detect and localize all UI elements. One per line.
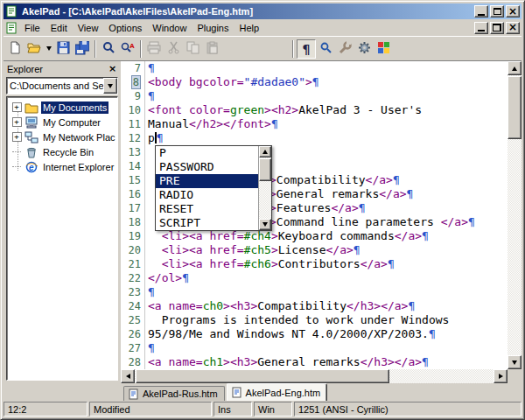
- minimize-button[interactable]: [474, 5, 488, 18]
- explorer-path-dropdown-button[interactable]: [103, 78, 117, 94]
- syntax-segment: >: [305, 75, 312, 88]
- menu-view[interactable]: View: [73, 21, 104, 35]
- menu-window[interactable]: Window: [147, 21, 192, 35]
- plugins-icon: [377, 41, 390, 56]
- expand-toggle-icon[interactable]: +: [12, 117, 22, 127]
- settings-button[interactable]: [335, 39, 354, 59]
- autocomplete-scroll-down-button[interactable]: [259, 219, 271, 230]
- line-content[interactable]: ¶: [145, 341, 155, 355]
- menu-plugins[interactable]: Plugins: [192, 21, 234, 35]
- autocomplete-item-p[interactable]: P: [156, 146, 258, 160]
- syntax-segment: </a>: [326, 243, 354, 256]
- toolbar-separator: [94, 40, 96, 58]
- line-content[interactable]: p¶: [145, 131, 164, 145]
- save-file-button[interactable]: [53, 39, 73, 59]
- akelpad-window: AkelPad - [C:\AkelPad\AkelFiles\AkelPad-…: [0, 0, 525, 420]
- line-content[interactable]: Programs is intended to work under Windo…: [145, 313, 449, 327]
- syntax-segment: 95/98/Me and Windows NT 4.0/2000/XP/2003…: [148, 327, 429, 340]
- line-content[interactable]: [145, 159, 148, 173]
- scroll-up-button[interactable]: [508, 61, 522, 75]
- syntax-segment: ¶: [148, 341, 155, 354]
- line-content[interactable]: 95/98/Me and Windows NT 4.0/2000/XP/2003…: [145, 327, 436, 341]
- tree-item-my-documents[interactable]: +My Documents: [7, 100, 117, 115]
- save-all-button[interactable]: [73, 39, 92, 59]
- tree-connector: [12, 151, 21, 152]
- syntax-segment: >: [271, 243, 278, 256]
- mdi-close-button[interactable]: ×: [506, 22, 520, 34]
- scroll-right-button[interactable]: [494, 369, 508, 383]
- line-content[interactable]: <li><a href=#ch5>License</a>¶: [145, 243, 360, 257]
- explorer-close-button[interactable]: ×: [107, 63, 118, 74]
- expand-toggle-icon[interactable]: +: [12, 132, 22, 142]
- line-content[interactable]: ¶: [145, 89, 155, 103]
- syntax-segment: <font color=: [148, 103, 230, 116]
- line-content[interactable]: </ol>¶: [145, 271, 189, 285]
- horizontal-scroll-thumb[interactable]: [136, 369, 389, 383]
- line-number: 28: [121, 355, 145, 369]
- scroll-down-button[interactable]: [508, 355, 522, 369]
- autocomplete-scroll-up-button[interactable]: [259, 146, 271, 158]
- mdi-restore-button[interactable]: [490, 22, 504, 34]
- explorer-path-input[interactable]: C:\Documents and Setti: [7, 78, 103, 94]
- autocomplete-item-reset[interactable]: RESET: [156, 202, 258, 216]
- plugins-button[interactable]: [374, 39, 393, 59]
- autocomplete-item-password[interactable]: PASSWORD: [156, 160, 258, 174]
- zoom-button[interactable]: [316, 39, 335, 59]
- new-file-button[interactable]: [5, 39, 24, 59]
- document-icon: [231, 387, 242, 398]
- akelpad-app-icon[interactable]: [5, 5, 18, 18]
- editor-vertical-scrollbar[interactable]: [508, 61, 522, 369]
- open-file-button[interactable]: [24, 39, 44, 59]
- paste-button: [202, 39, 221, 59]
- line-content[interactable]: <body bgcolor="#dadae0">¶: [145, 75, 319, 89]
- mdi-minimize-button[interactable]: [474, 22, 488, 34]
- line-number: 22: [121, 271, 145, 285]
- editor-horizontal-scrollbar[interactable]: [121, 369, 508, 383]
- svg-text:e: e: [29, 163, 34, 172]
- line-number: 10: [121, 103, 145, 117]
- editor-text-area[interactable]: 7¶8<body bgcolor="#dadae0">¶9¶10<font co…: [121, 61, 508, 369]
- menu-bar: FileEditViewOptionsWindowPluginsHelp ×: [4, 19, 522, 36]
- mdi-document-icon[interactable]: [5, 21, 19, 34]
- menu-edit[interactable]: Edit: [46, 21, 73, 35]
- syntax-segment: </a>: [360, 257, 388, 270]
- vertical-scroll-thumb[interactable]: [508, 76, 522, 139]
- line-content[interactable]: <a name=ch1><h3>General remarks</h3></a>…: [145, 355, 429, 369]
- chevron-down-icon: [46, 46, 52, 51]
- autocomplete-item-script[interactable]: SCRIPT: [156, 216, 258, 230]
- line-content[interactable]: ¶: [145, 61, 155, 75]
- replace-button[interactable]: A: [118, 39, 137, 59]
- tree-item-my-computer[interactable]: +My Computer: [7, 115, 117, 130]
- line-content[interactable]: <font color=green><h2>AkelPad 3 - User's: [145, 103, 422, 117]
- tree-item-recycle-bin[interactable]: Recycle Bin: [7, 144, 117, 159]
- line-content[interactable]: ¶: [145, 285, 155, 299]
- menu-options[interactable]: Options: [103, 21, 147, 35]
- autocomplete-scrollbar[interactable]: [258, 146, 271, 230]
- tab-akelpad-eng-htm[interactable]: AkelPad-Eng.htm: [227, 383, 328, 401]
- maximize-button[interactable]: [490, 5, 504, 18]
- menu-help[interactable]: Help: [234, 21, 264, 35]
- syntax-segment: ¶: [354, 243, 360, 256]
- close-button[interactable]: ×: [506, 5, 520, 18]
- line-content[interactable]: [145, 145, 148, 159]
- expand-toggle-icon[interactable]: +: [12, 102, 22, 112]
- show-symbols-button[interactable]: ¶: [297, 39, 316, 59]
- line-content[interactable]: Manual</h2></font>¶: [145, 117, 278, 131]
- syntax-segment: ¶: [312, 75, 319, 88]
- line-content[interactable]: <a name=ch0><h3>Compatibility</h3></a>¶: [145, 299, 415, 313]
- open-file-dropdown-button[interactable]: [44, 39, 53, 59]
- scroll-left-button[interactable]: [121, 369, 135, 383]
- line-number: 7: [121, 61, 145, 75]
- autocomplete-item-pre[interactable]: PRE: [156, 174, 258, 188]
- autocomplete-item-radio[interactable]: RADIO: [156, 188, 258, 202]
- line-content[interactable]: <li><a href=#ch6>Contributors</a>¶: [145, 257, 395, 271]
- tree-item-internet-explorer[interactable]: eInternet Explorer: [7, 159, 117, 174]
- autocomplete-scroll-thumb[interactable]: [259, 158, 271, 181]
- syntax-segment: ><h2>: [264, 103, 298, 116]
- find-button[interactable]: [99, 39, 118, 59]
- menu-file[interactable]: File: [19, 21, 46, 35]
- execute-button[interactable]: [354, 39, 374, 59]
- line-content[interactable]: <li><a href=#ch4>Keyboard commands</a>¶: [145, 229, 429, 243]
- tree-item-my-network-plac[interactable]: +My Network Plac: [7, 130, 117, 144]
- tab-akelpad-rus-htm[interactable]: AkelPad-Rus.htm: [123, 386, 225, 401]
